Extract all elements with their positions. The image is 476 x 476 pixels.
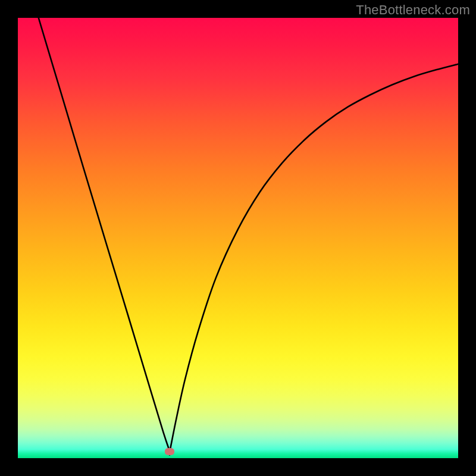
chart-outer-frame: TheBottleneck.com	[0, 0, 476, 476]
watermark-text: TheBottleneck.com	[356, 2, 470, 18]
bottleneck-curve	[18, 18, 458, 458]
plot-area	[18, 18, 458, 458]
minimum-marker	[165, 448, 174, 455]
